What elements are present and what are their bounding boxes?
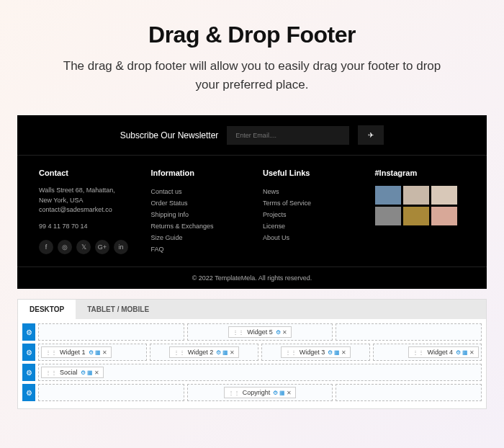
information-links: Contact us Order Status Shipping Info Re… <box>151 186 242 255</box>
tab-tablet-mobile[interactable]: TABLET / MOBILE <box>76 300 161 319</box>
close-icon[interactable]: ✕ <box>94 369 99 376</box>
list-item[interactable]: Size Guide <box>151 232 242 243</box>
footer-col-information: Information Contact us Order Status Ship… <box>151 169 242 255</box>
gear-icon: ⚙ <box>26 328 32 336</box>
footer-builder: DESKTOP TABLET / MOBILE ⚙ ⋮⋮ Widget 5 ⚙✕… <box>17 299 487 409</box>
information-heading: Information <box>151 169 242 177</box>
contact-heading: Contact <box>39 169 130 177</box>
row-settings-button[interactable]: ⚙ <box>22 344 35 361</box>
close-icon[interactable]: ✕ <box>341 349 346 356</box>
builder-slot[interactable] <box>336 323 482 341</box>
list-item[interactable]: FAQ <box>151 243 242 255</box>
useful-links: News Terms of Service Projects License A… <box>263 186 354 243</box>
builder-slot[interactable]: ⋮⋮ Social ⚙▦✕ <box>38 364 482 381</box>
contact-phone: 99 4 11 78 70 14 <box>39 223 130 230</box>
instagram-thumb[interactable] <box>375 207 401 225</box>
gear-icon[interactable]: ⚙ <box>456 349 461 356</box>
builder-slot[interactable]: ⋮⋮ Widget 5 ⚙✕ <box>187 323 333 341</box>
row-settings-button[interactable]: ⚙ <box>22 323 35 341</box>
tab-desktop[interactable]: DESKTOP <box>18 300 76 319</box>
close-icon[interactable]: ✕ <box>287 390 292 396</box>
footer-preview: Subscribe Our Newsletter ✈ Contact Walls… <box>17 115 487 289</box>
widget-chip[interactable]: ⋮⋮ Widget 5 ⚙✕ <box>228 326 292 338</box>
widget-label: Widget 1 <box>60 349 86 356</box>
duplicate-icon[interactable]: ▦ <box>334 349 340 356</box>
duplicate-icon[interactable]: ▦ <box>95 349 101 356</box>
paper-plane-icon: ✈ <box>368 131 374 139</box>
instagram-thumb[interactable] <box>375 186 401 205</box>
widget-chip[interactable]: ⋮⋮ Social ⚙▦✕ <box>41 367 104 378</box>
widget-chip[interactable]: ⋮⋮ Widget 1 ⚙▦✕ <box>41 346 112 358</box>
newsletter-submit-button[interactable]: ✈ <box>358 125 384 145</box>
gear-icon[interactable]: ⚙ <box>89 349 94 356</box>
builder-slot[interactable]: ⋮⋮ Widget 4 ⚙▦✕ <box>373 344 482 361</box>
google-plus-icon[interactable]: G+ <box>95 240 109 254</box>
close-icon[interactable]: ✕ <box>230 349 235 356</box>
gear-icon[interactable]: ⚙ <box>216 349 221 356</box>
list-item[interactable]: Shipping Info <box>151 209 242 220</box>
facebook-icon[interactable]: f <box>39 240 53 254</box>
duplicate-icon[interactable]: ▦ <box>279 390 285 396</box>
list-item[interactable]: About Us <box>263 232 354 243</box>
builder-row: ⚙ ⋮⋮ Social ⚙▦✕ <box>22 364 482 381</box>
close-icon[interactable]: ✕ <box>469 349 474 356</box>
widget-chip[interactable]: ⋮⋮ Widget 4 ⚙▦✕ <box>408 346 479 358</box>
list-item[interactable]: Contact us <box>151 186 242 197</box>
page-subtitle: The drag & drop footer will allow you to… <box>29 57 475 94</box>
builder-slot[interactable]: ⋮⋮ Copyright ⚙▦✕ <box>187 384 333 401</box>
instagram-thumb[interactable] <box>431 207 457 225</box>
builder-row: ⚙ ⋮⋮ Widget 1 ⚙▦✕ ⋮⋮ Widget 2 ⚙▦✕ ⋮⋮ Wid <box>22 344 482 361</box>
builder-slot[interactable]: ⋮⋮ Widget 1 ⚙▦✕ <box>38 344 147 361</box>
instagram-icon[interactable]: ◎ <box>58 240 72 254</box>
builder-slot[interactable]: ⋮⋮ Widget 2 ⚙▦✕ <box>150 344 258 361</box>
gear-icon[interactable]: ⚙ <box>81 369 86 376</box>
row-settings-button[interactable]: ⚙ <box>22 364 35 381</box>
instagram-thumb[interactable] <box>431 186 457 205</box>
widget-chip[interactable]: ⋮⋮ Widget 3 ⚙▦✕ <box>281 346 351 358</box>
gear-icon: ⚙ <box>26 369 32 377</box>
builder-slot[interactable] <box>38 384 184 401</box>
contact-address: Walls Street 68, Mahattan, New York, USA <box>39 186 130 205</box>
list-item[interactable]: Terms of Service <box>263 197 354 209</box>
gear-icon[interactable]: ⚙ <box>328 349 333 356</box>
widget-chip[interactable]: ⋮⋮ Copyright ⚙▦✕ <box>224 387 297 398</box>
drag-handle-icon: ⋮⋮ <box>174 349 185 356</box>
builder-slot[interactable] <box>336 384 482 401</box>
duplicate-icon[interactable]: ▦ <box>87 369 93 376</box>
gear-icon: ⚙ <box>26 389 32 397</box>
twitter-icon[interactable]: 𝕏 <box>76 240 91 254</box>
list-item[interactable]: News <box>263 186 354 197</box>
page-title: Drag & Drop Footer <box>29 22 475 48</box>
footer-col-contact: Contact Walls Street 68, Mahattan, New Y… <box>39 169 130 255</box>
newsletter-email-input[interactable] <box>227 126 349 145</box>
linkedin-icon[interactable]: in <box>114 240 128 254</box>
builder-row: ⚙ ⋮⋮ Widget 5 ⚙✕ <box>22 323 482 341</box>
duplicate-icon[interactable]: ▦ <box>462 349 468 356</box>
instagram-thumb[interactable] <box>403 207 429 225</box>
gear-icon[interactable]: ⚙ <box>276 329 281 336</box>
builder-slot[interactable] <box>38 323 184 341</box>
gear-icon: ⚙ <box>26 349 32 357</box>
list-item[interactable]: Returns & Exchanges <box>151 220 242 232</box>
widget-chip[interactable]: ⋮⋮ Widget 2 ⚙▦✕ <box>169 346 240 358</box>
widget-label: Widget 4 <box>427 349 453 356</box>
list-item[interactable]: Projects <box>263 209 354 220</box>
close-icon[interactable]: ✕ <box>282 329 287 336</box>
gear-icon[interactable]: ⚙ <box>273 390 278 396</box>
copyright-text: © 2022 TemplateMela. All rights reserved… <box>17 266 487 289</box>
widget-label: Widget 5 <box>247 328 273 336</box>
builder-tabs: DESKTOP TABLET / MOBILE <box>18 300 486 319</box>
builder-row: ⚙ ⋮⋮ Copyright ⚙▦✕ <box>22 384 482 401</box>
widget-label: Social <box>60 369 78 376</box>
newsletter-bar: Subscribe Our Newsletter ✈ <box>17 115 487 156</box>
widget-label: Widget 2 <box>188 349 214 356</box>
builder-slot[interactable]: ⋮⋮ Widget 3 ⚙▦✕ <box>261 344 370 361</box>
instagram-thumb[interactable] <box>403 186 429 205</box>
footer-col-instagram: #Instagram <box>375 169 466 255</box>
contact-email: contact@sadesmarket.co <box>39 205 130 215</box>
list-item[interactable]: Order Status <box>151 197 242 209</box>
list-item[interactable]: License <box>263 220 354 232</box>
row-settings-button[interactable]: ⚙ <box>22 384 35 401</box>
duplicate-icon[interactable]: ▦ <box>222 349 228 356</box>
close-icon[interactable]: ✕ <box>102 349 107 356</box>
